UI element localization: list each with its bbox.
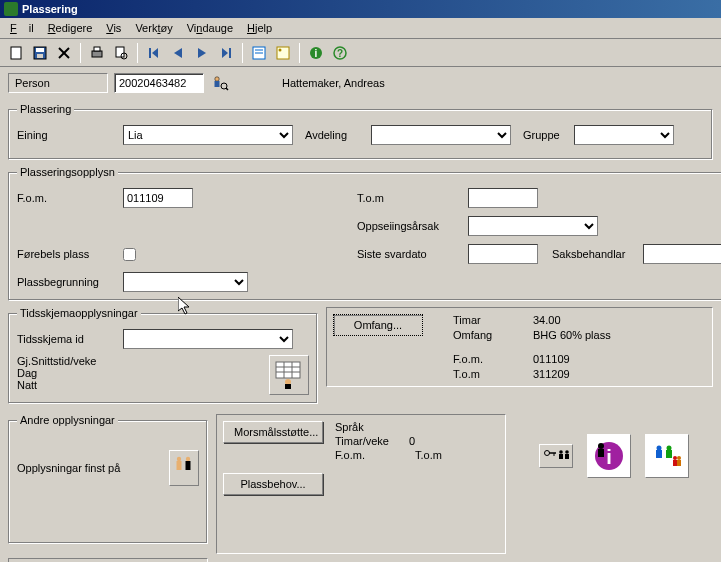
svg-point-25 [215,77,219,81]
icon-buttons: i [514,414,713,478]
print-icon[interactable] [87,43,107,63]
svg-rect-44 [559,454,563,459]
toolbar: i ? [0,39,721,67]
next-icon[interactable] [192,43,212,63]
svg-rect-6 [92,51,102,57]
svg-point-53 [666,446,671,451]
menu-hjelp[interactable]: Hjelp [241,20,278,36]
svg-text:i: i [606,446,612,468]
svg-marker-13 [198,48,206,58]
fom-input[interactable] [123,188,193,208]
menu-redigere[interactable]: Redigere [42,20,99,36]
avdeling-select[interactable] [371,125,511,145]
info-person-icon[interactable]: i [587,434,631,478]
svg-line-28 [226,88,228,90]
svg-point-38 [186,457,190,461]
group-plasseringsopplysn: Plasseringsopplysn F.o.m. T.o.m Oppseiin… [8,166,721,301]
gruppe-select[interactable] [574,125,674,145]
menu-vis[interactable]: Vis [100,20,127,36]
person-id: 20020463482 [114,73,204,93]
eining-select[interactable]: Lia [123,125,293,145]
svg-rect-19 [277,47,289,59]
save-icon[interactable] [30,43,50,63]
saksbehandlar-label: Saksbehandlar [552,248,637,260]
new-icon[interactable] [6,43,26,63]
opplysningar-label: Opplysningar finst på [17,462,163,474]
omfang-tom-label: T.o.m [453,368,513,380]
svg-rect-29 [276,362,300,378]
svg-rect-15 [229,48,231,58]
group-tidsskjema: Tidsskjemaopplysningar Tidsskjema id Gj.… [8,307,318,404]
timar-value: 34.00 [533,314,611,326]
svg-rect-50 [598,449,604,457]
svg-rect-0 [11,47,21,59]
dag-label: Dag [17,367,96,379]
forebels-checkbox[interactable] [123,248,136,261]
omfang-tom-value: 311209 [533,368,611,380]
menu-vindauge[interactable]: Vindauge [181,20,239,36]
svg-marker-11 [152,48,158,58]
prev-icon[interactable] [168,43,188,63]
legend-plassering: Plassering [17,103,74,115]
siste-label: Siste svardato [357,248,462,260]
omfang-panel: Omfang... Timar 34.00 Omfang BHG 60% pla… [326,307,713,387]
last-icon[interactable] [216,43,236,63]
person-lookup-icon[interactable] [210,73,230,93]
gjsnitt-label: Gj.Snittstid/veke [17,355,96,367]
tidsskjema-id-label: Tidsskjema id [17,333,117,345]
menubar: Fil Redigere Vis Verktøy Vindauge Hjelp [0,18,721,39]
plassbegrunning-label: Plassbegrunning [17,276,117,288]
plassbehov-button[interactable]: Plassbehov... [223,473,323,495]
oppseiing-label: Oppseiingsårsak [357,220,462,232]
eining-label: Eining [17,129,117,141]
morsmaal-panel: Morsmålsstøtte... Plassbehov... Språk Ti… [216,414,506,554]
timar-label: Timar [453,314,513,326]
morsmaal-button[interactable]: Morsmålsstøtte... [223,421,323,443]
menu-fil[interactable]: Fil [4,20,40,36]
key-people-icon[interactable] [539,444,573,468]
saksbehandlar-select[interactable] [643,244,721,264]
oppseiing-select[interactable] [468,216,598,236]
legend-plasseringsopplysn: Plasseringsopplysn [17,166,118,178]
sprak-label: Språk [335,421,499,433]
svg-rect-39 [186,461,191,470]
properties-icon[interactable] [273,43,293,63]
print-preview-icon[interactable] [111,43,131,63]
omfang-button[interactable]: Omfang... [333,314,423,336]
ikkje-avslutt-panel: Ikkje avslutt andre plasseringar [8,558,208,562]
svg-point-36 [177,457,181,461]
tom-input[interactable] [468,188,538,208]
svg-point-20 [279,48,282,51]
legend-andre: Andre opplysningar [17,414,118,426]
group-plassering: Plassering Eining Lia Avdeling Gruppe [8,103,713,160]
family-icon[interactable] [645,434,689,478]
svg-point-45 [565,450,569,454]
app-icon [4,2,18,16]
person-name: Hattemaker, Andreas [282,77,385,89]
tidsskjema-id-select[interactable] [123,329,293,349]
person-label: Person [8,73,108,93]
info-icon[interactable]: i [306,43,326,63]
svg-rect-2 [36,48,44,52]
siste-input[interactable] [468,244,538,264]
svg-point-43 [559,450,563,454]
form-icon[interactable] [249,43,269,63]
delete-icon[interactable] [54,43,74,63]
andre-fom-label: F.o.m. [335,449,365,461]
svg-point-55 [673,456,677,460]
window-title: Plassering [22,0,78,18]
svg-point-40 [544,451,549,456]
schedule-icon-button[interactable] [269,355,309,395]
svg-text:?: ? [337,48,343,59]
legend-tidsskjema: Tidsskjemaopplysningar [17,307,141,319]
svg-rect-8 [116,47,124,57]
people-icon[interactable] [169,450,199,486]
svg-text:i: i [315,48,318,59]
help-icon[interactable]: ? [330,43,350,63]
menu-verktoy[interactable]: Verktøy [129,20,178,36]
natt-label: Natt [17,379,96,391]
fom-label: F.o.m. [17,192,117,204]
avdeling-label: Avdeling [305,129,365,141]
plassbegrunning-select[interactable] [123,272,248,292]
first-icon[interactable] [144,43,164,63]
